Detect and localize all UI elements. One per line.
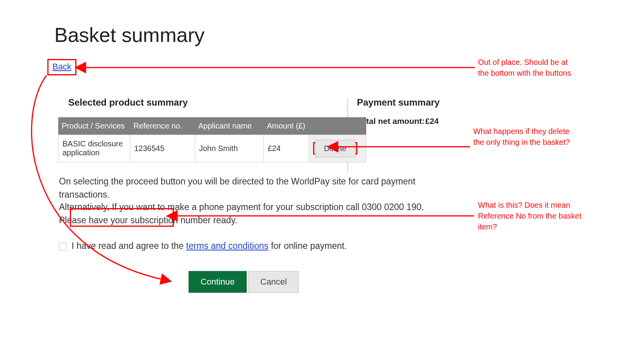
total-amount: £24 — [425, 116, 439, 126]
cell-delete: Delete — [309, 135, 366, 162]
terms-prefix: I have read and agree to the — [71, 241, 186, 251]
delete-highlight-box: Delete — [313, 142, 357, 155]
table-header-row: Product / Services Reference no. Applica… — [59, 118, 366, 135]
info-worldpay: On selecting the proceed button you will… — [59, 175, 451, 201]
total-label: Total net amount: — [357, 116, 425, 126]
cell-applicant: John Smith — [195, 135, 264, 162]
col-action — [309, 118, 366, 135]
terms-checkbox[interactable] — [59, 243, 67, 250]
subscription-highlight-box — [70, 208, 174, 227]
page-title: Basket summary — [54, 23, 204, 47]
terms-suffix: for online payment. — [268, 241, 347, 251]
col-product: Product / Services — [59, 118, 130, 135]
back-link[interactable]: Back — [52, 62, 71, 71]
annotation-subscription: What is this? Does it mean Reference No … — [478, 200, 587, 232]
delete-button[interactable]: Delete — [315, 140, 355, 157]
annotation-delete: What happens if they delete the only thi… — [473, 126, 582, 148]
payment-summary-heading: Payment summary — [357, 97, 440, 108]
col-applicant: Applicant name — [195, 118, 264, 135]
table-row: BASIC disclosure application 1236545 Joh… — [59, 135, 366, 162]
annotation-back: Out of place. Should be at the bottom wi… — [478, 57, 579, 78]
terms-row: I have read and agree to the terms and c… — [59, 239, 451, 252]
cell-product: BASIC disclosure application — [59, 135, 130, 162]
continue-button[interactable]: Continue — [189, 271, 247, 293]
terms-link[interactable]: terms and conditions — [186, 241, 268, 251]
col-reference: Reference no. — [130, 118, 195, 135]
product-summary-heading: Selected product summary — [68, 97, 188, 108]
product-table: Product / Services Reference no. Applica… — [58, 117, 366, 162]
col-amount: Amount (£) — [264, 118, 309, 135]
cell-reference: 1236545 — [130, 135, 195, 162]
back-highlight-box: Back — [47, 59, 76, 75]
cell-amount: £24 — [264, 135, 309, 162]
cancel-button[interactable]: Cancel — [248, 271, 299, 293]
